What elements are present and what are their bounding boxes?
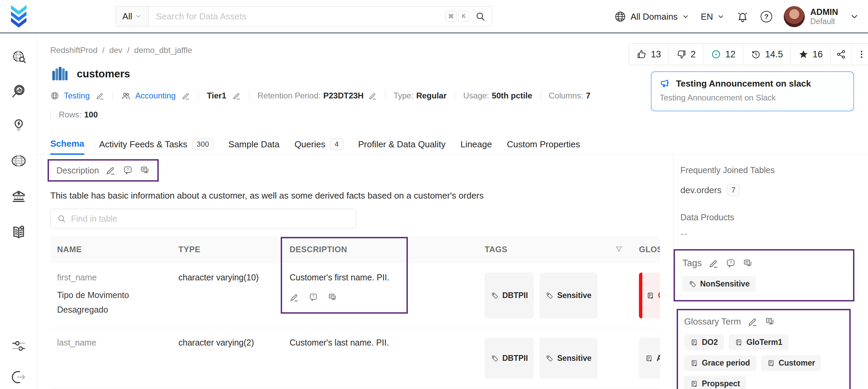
notifications-bell-icon[interactable] [736,10,749,23]
main-content: RedshiftProd / dev / demo_dbt_jaffle 13 … [37,33,868,389]
tag-chip[interactable]: DBTPII [485,273,534,318]
explore-search-icon[interactable] [11,50,27,65]
edit-column-description-button[interactable] [290,293,299,302]
chevron-down-icon [682,13,689,20]
downvote-button[interactable]: 2 [669,44,704,65]
tag-chip[interactable]: NonSensitive [682,276,756,292]
glossary-term-chip[interactable]: C [639,273,660,318]
breadcrumb-service[interactable]: RedshiftProd [50,45,98,55]
tag-chip[interactable]: DBTPII [485,338,534,379]
tags-comments-icon[interactable] [743,258,753,268]
edit-retention-button[interactable] [368,92,377,100]
owner-link[interactable]: Accounting [135,91,176,100]
comments-icon[interactable] [140,165,150,175]
col-header-glossary[interactable]: GLOS [632,245,660,254]
edit-glossary-button[interactable] [748,317,758,327]
find-in-table [50,209,356,228]
edit-tags-button[interactable] [709,258,719,268]
table-row[interactable]: last_name character varying(2) Customer'… [50,328,660,389]
tab-schema[interactable]: Schema [50,134,84,155]
request-tags-icon[interactable]: ? [726,258,736,268]
edit-domain-button[interactable] [96,92,104,100]
domains-globe-icon[interactable] [11,153,27,169]
col-header-name[interactable]: NAME [50,245,172,254]
chevron-down-icon [135,13,142,20]
search-scope-dropdown[interactable]: All [116,6,149,26]
top-bar: All ⌘ K All Domains EN ? ADMIN Default [0,0,868,33]
glossary-terms-section: Glossary Term DO2 GloTerm1 Grace period … [677,309,851,389]
col-header-description[interactable]: DESCRIPTION [283,245,478,254]
breadcrumb-schema[interactable]: demo_dbt_jaffle [134,45,192,55]
domain-globe-icon [50,91,59,100]
language-dropdown[interactable]: EN [701,12,725,22]
breadcrumb-database[interactable]: dev [109,45,122,55]
open-tasks-button[interactable]: 12 [704,44,743,65]
app-logo[interactable] [10,5,28,29]
user-menu[interactable]: ADMIN Default [784,6,838,27]
search-scope-label: All [122,11,132,22]
domains-dropdown[interactable]: All Domains [614,11,689,23]
svg-text:?: ? [730,260,732,265]
svg-text:?: ? [312,295,314,299]
edit-description-button[interactable] [106,165,116,175]
user-name: ADMIN [810,7,838,17]
more-options-button[interactable] [852,44,868,65]
tags-heading: Tags [682,258,702,268]
observability-icon[interactable] [11,84,27,99]
col-header-tags[interactable]: TAGS [478,245,632,254]
tab-lineage[interactable]: Lineage [461,134,492,155]
find-in-table-input[interactable] [71,214,350,224]
glossary-term-chip[interactable]: DO2 [684,334,724,350]
glossary-comments-icon[interactable] [765,317,775,327]
user-avatar [784,6,805,27]
governance-bank-icon[interactable] [11,189,27,204]
filter-funnel-icon[interactable] [614,245,623,254]
user-menu-chevron-icon[interactable] [850,12,859,21]
settings-sliders-icon[interactable] [11,338,27,354]
search-input[interactable] [149,11,446,22]
global-search: All ⌘ K [116,6,492,26]
share-button[interactable] [831,44,852,65]
col-header-type[interactable]: TYPE [172,245,283,254]
glossary-term-chip[interactable]: Ac [639,338,660,379]
request-description-icon[interactable]: ? [123,165,133,175]
glossary-term-chip[interactable]: Customer [761,355,821,371]
description-heading: Description [56,166,99,175]
logout-icon[interactable] [11,369,27,385]
columns-table: NAME TYPE DESCRIPTION TAGS GLOS first_na… [50,236,660,389]
search-icon[interactable] [475,11,486,22]
version-history-button[interactable]: 14.5 [743,44,791,65]
owner-team-icon [121,91,131,100]
tab-sample-data[interactable]: Sample Data [228,134,279,155]
upvote-button[interactable]: 13 [629,44,669,65]
tab-activity-feeds[interactable]: Activity Feeds & Tasks300 [99,134,213,155]
glossary-term-chip[interactable]: Grace period [684,355,756,371]
column-comments-icon[interactable] [328,293,337,302]
tab-profiler[interactable]: Profiler & Data Quality [358,134,446,155]
tags-section: Tags ? NonSensitive [674,249,854,301]
edit-tier-button[interactable] [232,92,241,100]
tab-custom-properties[interactable]: Custom Properties [507,134,580,155]
retention-value: P23DT23H [323,91,364,100]
announcement-banner[interactable]: Testing Announcement on slack Testing An… [651,71,854,111]
tab-queries[interactable]: Queries4 [294,134,343,155]
domain-link[interactable]: Testing [64,91,90,100]
edit-owner-button[interactable] [182,92,190,100]
table-row[interactable]: first_name Tipo de Movimento Desagregado… [50,263,660,328]
downvote-count: 2 [691,49,696,60]
type-label: Type: [394,91,414,100]
insights-icon[interactable] [11,117,26,132]
follow-button[interactable]: 16 [791,44,831,65]
glossary-term-chip[interactable]: GloTerm1 [729,334,788,350]
follower-count: 16 [813,49,823,60]
tag-chip[interactable]: Sensitive [539,338,597,379]
tag-chip[interactable]: Sensitive [539,273,597,318]
retention-label: Retention Period: [258,91,320,100]
glossary-book-icon[interactable] [11,224,27,240]
help-icon[interactable]: ? [761,11,772,22]
glossary-term-chip[interactable]: Propspect [684,376,746,389]
joined-table-link[interactable]: dev.orders [680,185,722,196]
version-number: 14.5 [765,49,783,60]
megaphone-icon [660,78,671,89]
request-column-description-icon[interactable]: ? [309,293,318,302]
